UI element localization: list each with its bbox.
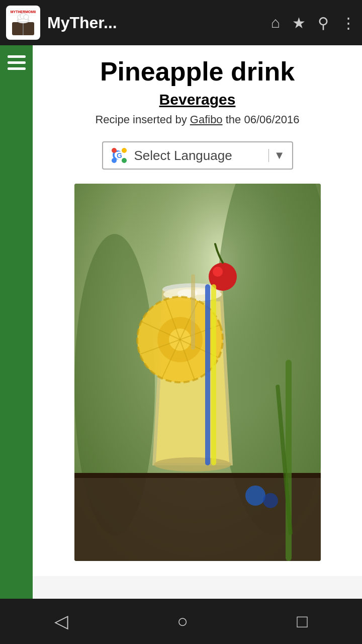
more-options-icon[interactable]: ⋮: [341, 14, 356, 32]
svg-point-11: [112, 148, 117, 153]
recipe-meta-suffix: the 06/06/2016: [223, 113, 300, 126]
svg-text:G: G: [117, 151, 122, 159]
recipe-meta-prefix: Recipe inserted by: [95, 113, 190, 126]
google-translate-icon: G G: [110, 146, 128, 165]
favorites-icon[interactable]: ★: [292, 14, 306, 32]
language-selector[interactable]: G G Select Language ▼: [102, 141, 293, 170]
search-icon[interactable]: ⚲: [318, 14, 329, 32]
hamburger-line-1: [8, 55, 26, 58]
sidebar: [0, 45, 33, 599]
app-logo: MYTHERMOMII: [6, 6, 40, 40]
svg-rect-41: [205, 284, 210, 465]
svg-point-38: [213, 267, 223, 277]
app-logo-text: MYTHERMOMII: [8, 7, 38, 38]
svg-point-12: [122, 148, 127, 153]
recent-apps-button[interactable]: □: [297, 611, 308, 632]
recipe-author-link[interactable]: Gafibo: [190, 113, 223, 126]
top-icon-group: ⌂ ★ ⚲ ⋮: [271, 14, 356, 32]
dropdown-arrow-icon: ▼: [268, 149, 285, 162]
language-select-label: Select Language: [134, 148, 263, 164]
svg-rect-42: [211, 284, 216, 465]
back-button[interactable]: ◁: [54, 611, 68, 632]
svg-rect-36: [191, 274, 195, 350]
recipe-category: Beverages: [159, 91, 236, 108]
app-title: MyTher...: [47, 14, 271, 32]
hamburger-menu[interactable]: [4, 51, 30, 74]
bottom-navigation-bar: ◁ ○ □: [0, 599, 362, 644]
recipe-image: [74, 184, 321, 561]
svg-point-44: [263, 493, 278, 508]
recipe-meta: Recipe inserted by Gafibo the 06/06/2016: [95, 113, 299, 126]
svg-point-14: [112, 158, 117, 163]
hamburger-line-3: [8, 67, 26, 70]
recipe-card: Pineapple drink Beverages Recipe inserte…: [33, 45, 362, 576]
svg-point-8: [24, 15, 29, 20]
svg-rect-21: [74, 475, 321, 561]
main-area: Pineapple drink Beverages Recipe inserte…: [0, 45, 362, 599]
recipe-title: Pineapple drink: [100, 57, 295, 86]
home-icon[interactable]: ⌂: [271, 14, 280, 31]
home-button[interactable]: ○: [177, 611, 188, 632]
svg-point-27: [154, 457, 231, 471]
top-navigation-bar: MYTHERMOMII MyTher... ⌂ ★ ⚲ ⋮: [0, 0, 362, 45]
content-area: Pineapple drink Beverages Recipe inserte…: [33, 45, 362, 599]
svg-point-13: [122, 158, 127, 163]
svg-point-43: [245, 486, 265, 506]
recipe-image-svg: [74, 184, 321, 561]
hamburger-line-2: [8, 61, 26, 64]
